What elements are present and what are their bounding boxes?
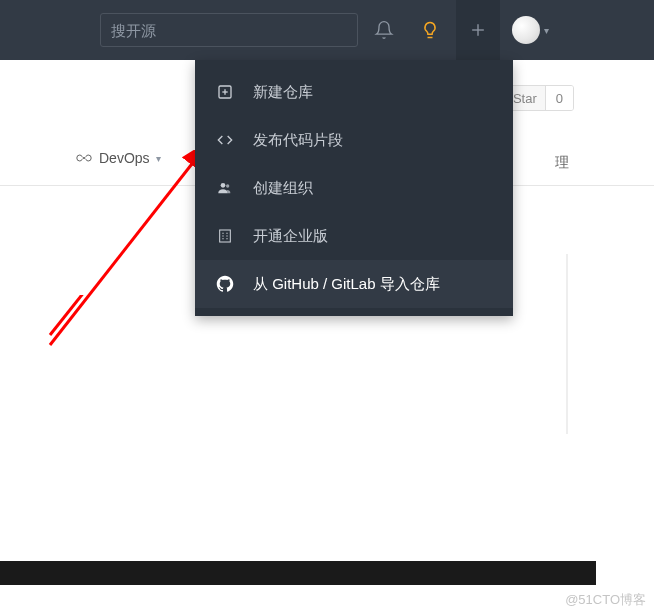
avatar <box>512 16 540 44</box>
github-icon <box>215 274 235 294</box>
content-panel <box>566 254 568 434</box>
menu-label: 开通企业版 <box>253 227 328 246</box>
svg-line-17 <box>50 160 195 345</box>
plus-square-icon <box>215 82 235 102</box>
chevron-down-icon: ▾ <box>544 25 549 36</box>
menu-create-org[interactable]: 创建组织 <box>195 164 513 212</box>
bulb-icon[interactable] <box>410 10 450 50</box>
menu-publish-snippet[interactable]: 发布代码片段 <box>195 116 513 164</box>
footer-bar <box>0 561 596 585</box>
menu-import-repo[interactable]: 从 GitHub / GitLab 导入仓库 <box>195 260 513 308</box>
search-input[interactable] <box>111 22 347 39</box>
users-icon <box>215 178 235 198</box>
svg-point-6 <box>221 183 226 188</box>
menu-label: 新建仓库 <box>253 83 313 102</box>
building-icon <box>215 226 235 246</box>
menu-enterprise[interactable]: 开通企业版 <box>195 212 513 260</box>
star-count: 0 <box>545 86 573 110</box>
avatar-menu[interactable]: ▾ <box>512 16 549 44</box>
search-box[interactable] <box>100 13 358 47</box>
code-icon <box>215 130 235 150</box>
topbar: ▾ <box>0 0 654 60</box>
watermark: @51CTO博客 <box>565 591 646 609</box>
plus-dropdown: 新建仓库 发布代码片段 创建组织 开通企业版 从 GitHub / GitLab… <box>195 60 513 316</box>
menu-new-repo[interactable]: 新建仓库 <box>195 68 513 116</box>
svg-point-7 <box>226 184 229 187</box>
plus-button[interactable] <box>456 0 500 60</box>
menu-label: 从 GitHub / GitLab 导入仓库 <box>253 275 440 294</box>
menu-label: 创建组织 <box>253 179 313 198</box>
svg-rect-8 <box>220 230 231 242</box>
notification-icon[interactable] <box>364 10 404 50</box>
menu-label: 发布代码片段 <box>253 131 343 150</box>
fragment-text: 理 <box>555 154 569 172</box>
